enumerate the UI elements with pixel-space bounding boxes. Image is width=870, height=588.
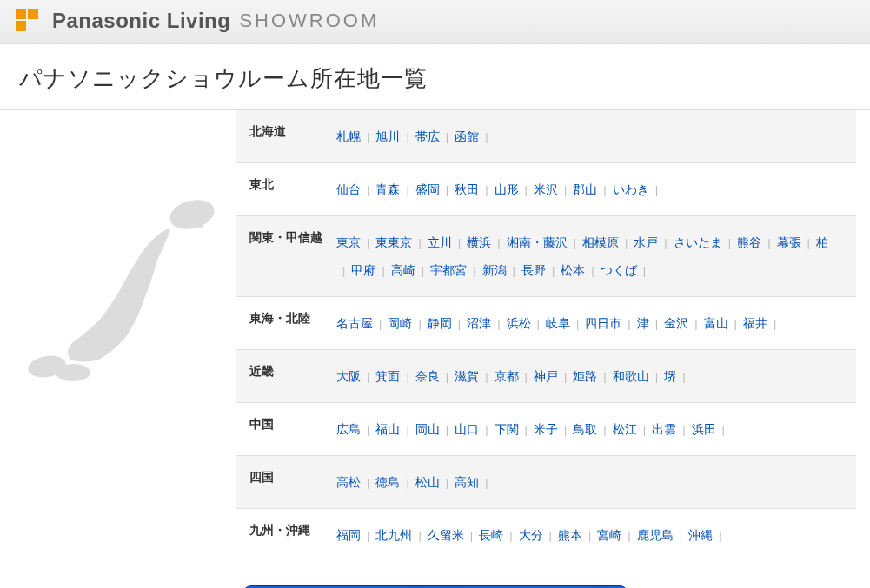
separator: | — [682, 419, 685, 441]
city-link[interactable]: 鹿児島 — [637, 523, 674, 547]
city-link[interactable]: 新潟 — [482, 258, 507, 282]
city-link[interactable]: 沼津 — [467, 311, 491, 335]
city-link[interactable]: 北九州 — [375, 523, 412, 547]
city-link[interactable]: 静岡 — [428, 311, 452, 335]
city-link[interactable]: 長崎 — [479, 523, 503, 547]
city-link[interactable]: 鳥取 — [573, 417, 597, 441]
city-link[interactable]: 仙台 — [336, 177, 361, 202]
separator: | — [525, 366, 528, 388]
city-link[interactable]: 長野 — [521, 258, 546, 282]
city-link[interactable]: 名古屋 — [336, 311, 373, 335]
city-link[interactable]: 久留米 — [428, 523, 464, 547]
city-link[interactable]: 幕張 — [777, 230, 801, 254]
region-name: 九州・沖縄 — [249, 521, 336, 549]
city-link[interactable]: 横浜 — [467, 230, 491, 254]
city-link[interactable]: 高知 — [455, 470, 479, 494]
city-link[interactable]: 出雲 — [652, 417, 676, 441]
city-link[interactable]: いわき — [613, 177, 649, 202]
city-link[interactable]: 東京 — [336, 230, 361, 254]
city-link[interactable]: 徳島 — [375, 470, 400, 494]
separator: | — [591, 260, 594, 282]
city-link[interactable]: 柏 — [816, 230, 828, 254]
separator: | — [485, 472, 488, 494]
city-link[interactable]: 秋田 — [455, 177, 479, 202]
separator: | — [485, 126, 488, 149]
city-link[interactable]: 津 — [637, 311, 649, 335]
city-link[interactable]: 福岡 — [336, 523, 361, 547]
separator: | — [537, 313, 540, 335]
city-link[interactable]: 浜田 — [692, 417, 716, 441]
city-link[interactable]: 和歌山 — [613, 364, 649, 388]
city-link[interactable]: 郡山 — [573, 177, 597, 202]
separator: | — [418, 232, 421, 254]
city-link[interactable]: 浜松 — [507, 311, 531, 335]
separator: | — [485, 419, 488, 441]
city-link[interactable]: 米沢 — [534, 177, 558, 202]
city-link[interactable]: 水戸 — [634, 230, 658, 254]
city-link[interactable]: 青森 — [375, 177, 400, 202]
separator: | — [603, 179, 606, 202]
separator: | — [588, 525, 591, 547]
brand-main: Panasonic Living — [52, 9, 230, 33]
separator: | — [458, 313, 461, 335]
separator: | — [367, 366, 369, 388]
city-link[interactable]: 箕面 — [375, 364, 400, 388]
city-link[interactable]: 高松 — [336, 470, 361, 494]
region-row: 四国高松|徳島|松山|高知| — [236, 455, 856, 508]
separator: | — [485, 179, 488, 202]
city-link[interactable]: 福井 — [743, 311, 767, 335]
city-link[interactable]: 函館 — [455, 124, 479, 149]
city-link[interactable]: 神戸 — [534, 364, 558, 388]
city-link[interactable]: 高崎 — [391, 258, 415, 282]
separator: | — [664, 232, 667, 254]
city-link[interactable]: 堺 — [664, 364, 676, 388]
separator: | — [418, 313, 421, 335]
city-link[interactable]: 松本 — [561, 258, 585, 282]
city-link[interactable]: 湘南・藤沢 — [507, 230, 568, 254]
city-link[interactable]: 姫路 — [573, 364, 597, 388]
city-link[interactable]: さいたま — [674, 230, 722, 254]
separator: | — [446, 179, 448, 202]
city-link[interactable]: 広島 — [336, 417, 361, 441]
region-name: 東海・北陸 — [249, 309, 336, 337]
city-link[interactable]: 立川 — [428, 230, 452, 254]
city-link[interactable]: 相模原 — [582, 230, 619, 254]
separator: | — [574, 232, 576, 254]
city-link[interactable]: 松山 — [415, 470, 440, 494]
city-link[interactable]: 滋賀 — [455, 364, 479, 388]
city-link[interactable]: 米子 — [534, 417, 558, 441]
city-link[interactable]: 東東京 — [375, 230, 412, 254]
city-link[interactable]: 京都 — [495, 364, 519, 388]
city-link[interactable]: 宇都宮 — [430, 258, 467, 282]
city-link[interactable]: 福山 — [375, 417, 400, 441]
city-link[interactable]: 岡崎 — [388, 311, 412, 335]
city-link[interactable]: 熊本 — [558, 523, 582, 547]
city-link[interactable]: 札幌 — [336, 124, 361, 149]
city-link[interactable]: つくば — [601, 258, 637, 282]
city-link[interactable]: 甲府 — [351, 258, 375, 282]
city-link[interactable]: 熊谷 — [737, 230, 761, 254]
city-link[interactable]: 四日市 — [585, 311, 621, 335]
city-link[interactable]: 旭川 — [375, 124, 400, 149]
city-link[interactable]: 岡山 — [415, 417, 440, 441]
city-link[interactable]: 大阪 — [336, 364, 361, 388]
separator: | — [367, 419, 369, 441]
city-link[interactable]: 岐阜 — [546, 311, 570, 335]
city-link[interactable]: 奈良 — [415, 364, 440, 388]
japan-map — [14, 110, 236, 561]
separator: | — [682, 366, 685, 388]
city-link[interactable]: 下関 — [495, 417, 519, 441]
city-link[interactable]: 盛岡 — [415, 177, 440, 202]
city-link[interactable]: 金沢 — [664, 311, 688, 335]
city-link[interactable]: 山口 — [455, 417, 479, 441]
city-link[interactable]: 宮崎 — [597, 523, 621, 547]
region-table: 北海道札幌|旭川|帯広|函館|東北仙台|青森|盛岡|秋田|山形|米沢|郡山|いわ… — [236, 110, 856, 561]
region-name: 近畿 — [249, 362, 336, 390]
city-link[interactable]: 帯広 — [415, 124, 440, 149]
city-link[interactable]: 沖縄 — [688, 523, 713, 547]
city-link[interactable]: 富山 — [704, 311, 728, 335]
separator: | — [694, 313, 697, 335]
city-link[interactable]: 松江 — [613, 417, 637, 441]
city-link[interactable]: 大分 — [519, 523, 543, 547]
city-link[interactable]: 山形 — [495, 177, 519, 202]
